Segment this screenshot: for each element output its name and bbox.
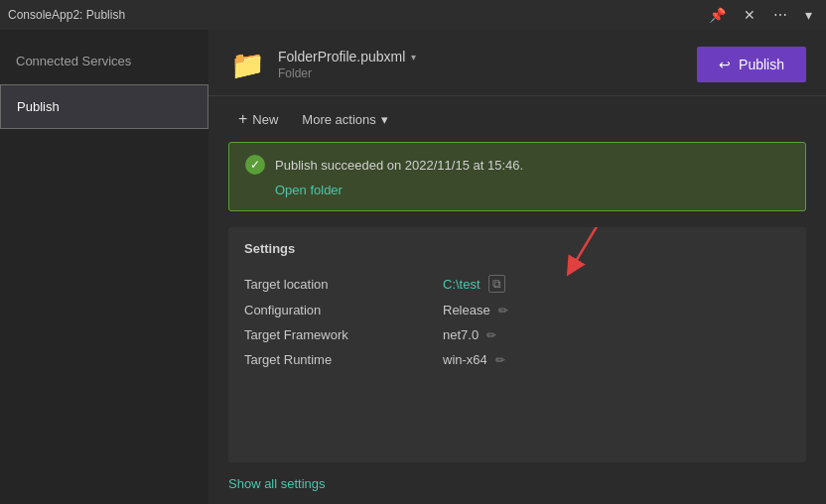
profile-name: FolderProfile.pubxml xyxy=(278,49,405,64)
configuration-value: Release xyxy=(443,303,490,317)
sidebar-item-publish[interactable]: Publish xyxy=(0,84,208,129)
target-framework-label: Target Framework xyxy=(244,327,443,342)
publish-button-icon: ↩ xyxy=(719,57,731,72)
more-actions-label: More actions xyxy=(302,112,375,127)
show-all-settings-container: Show all settings xyxy=(208,462,826,504)
pin-button[interactable]: 📌 xyxy=(703,5,732,25)
copy-icon[interactable]: ⧉ xyxy=(488,275,505,293)
overflow-button[interactable]: ⋯ xyxy=(767,5,793,25)
profile-name-row: FolderProfile.pubxml ▾ xyxy=(278,49,416,64)
publish-button-label: Publish xyxy=(739,57,784,72)
profile-dropdown-arrow[interactable]: ▾ xyxy=(411,52,416,63)
toolbar: + New More actions ▾ xyxy=(208,96,826,142)
show-all-settings-link[interactable]: Show all settings xyxy=(228,476,326,491)
checkmark-icon: ✓ xyxy=(250,158,260,172)
title-bar-controls: 📌 ✕ ⋯ ▾ xyxy=(703,5,818,25)
plus-icon: + xyxy=(238,110,247,128)
profile-name-container: FolderProfile.pubxml ▾ Folder xyxy=(278,49,416,80)
svg-line-1 xyxy=(572,227,602,268)
profile-left: 📁 FolderProfile.pubxml ▾ Folder xyxy=(228,46,416,83)
settings-panel: Settings Target location C:\test ⧉ xyxy=(228,227,806,462)
profile-header: 📁 FolderProfile.pubxml ▾ Folder ↩ Publis… xyxy=(208,30,826,96)
configuration-edit-icon[interactable]: ✏ xyxy=(498,304,508,317)
red-arrow-svg xyxy=(542,227,641,278)
success-row: ✓ Publish succeeded on 2022/11/15 at 15:… xyxy=(245,155,789,175)
more-actions-arrow: ▾ xyxy=(381,112,388,127)
settings-row-target-location: Target location C:\test ⧉ xyxy=(244,270,790,298)
target-location-value: C:\test xyxy=(443,277,481,292)
title-bar: ConsoleApp2: Publish 📌 ✕ ⋯ ▾ xyxy=(0,0,826,30)
main-layout: Connected Services Publish 📁 FolderProfi… xyxy=(0,30,826,504)
success-icon: ✓ xyxy=(245,155,265,175)
sidebar: Connected Services Publish xyxy=(0,30,208,504)
folder-icon-wrapper: 📁 xyxy=(228,46,266,83)
publish-label: Publish xyxy=(17,99,60,114)
settings-row-target-runtime: Target Runtime win-x64 ✏ xyxy=(244,347,790,372)
connected-services-label: Connected Services xyxy=(16,54,131,68)
target-location-label: Target location xyxy=(244,277,443,292)
target-runtime-value: win-x64 xyxy=(443,352,487,367)
content-area: 📁 FolderProfile.pubxml ▾ Folder ↩ Publis… xyxy=(208,30,826,504)
target-framework-edit-icon[interactable]: ✏ xyxy=(486,328,496,342)
settings-row-configuration: Configuration Release ✏ xyxy=(244,298,790,322)
target-runtime-edit-icon[interactable]: ✏ xyxy=(495,353,505,367)
profile-subtitle: Folder xyxy=(278,66,416,80)
target-runtime-label: Target Runtime xyxy=(244,352,443,367)
settings-row-target-framework: Target Framework net7.0 ✏ xyxy=(244,322,790,347)
sidebar-item-connected-services[interactable]: Connected Services xyxy=(0,38,208,84)
settings-title: Settings xyxy=(244,241,790,256)
close-tab-button[interactable]: ✕ xyxy=(738,5,761,25)
target-framework-value: net7.0 xyxy=(443,327,479,342)
chevron-down-button[interactable]: ▾ xyxy=(799,5,818,25)
success-message: Publish succeeded on 2022/11/15 at 15:46… xyxy=(275,158,523,173)
publish-button[interactable]: ↩ Publish xyxy=(697,47,806,82)
success-banner: ✓ Publish succeeded on 2022/11/15 at 15:… xyxy=(228,142,806,211)
new-button[interactable]: + New xyxy=(228,104,288,134)
more-actions-button[interactable]: More actions ▾ xyxy=(292,106,397,133)
new-label: New xyxy=(252,112,278,127)
folder-icon: 📁 xyxy=(230,49,265,81)
open-folder-link[interactable]: Open folder xyxy=(275,183,343,197)
title-bar-title: ConsoleApp2: Publish xyxy=(8,8,703,22)
configuration-label: Configuration xyxy=(244,303,443,317)
